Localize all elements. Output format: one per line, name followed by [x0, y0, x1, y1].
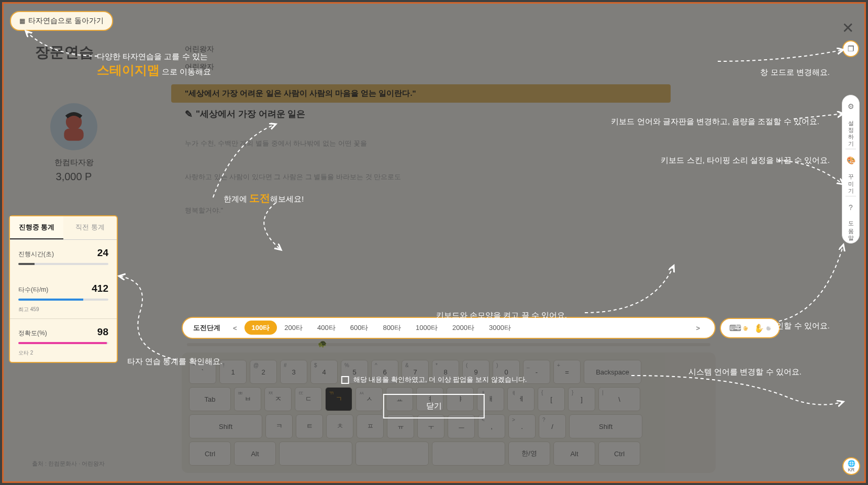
key[interactable]: _-	[523, 360, 550, 384]
stat-time-value: 24	[97, 247, 108, 259]
stat-speed-sub: 최고 459	[10, 304, 117, 319]
globe-icon: 🌐	[848, 460, 855, 467]
level-item[interactable]: 1000타	[408, 321, 445, 335]
key[interactable]: 한/영	[508, 442, 550, 466]
key[interactable]: Alt	[553, 442, 595, 466]
level-selector: 도전단계 < 100타200타400타600타800타1000타2000타300…	[182, 317, 716, 339]
toggle-hands[interactable]: ✋	[754, 323, 771, 333]
right-menu: ⚙ 설정하기 🎨 꾸미기 ? 도움말	[842, 95, 860, 244]
text-line: 어린왕자	[171, 58, 671, 76]
level-item[interactable]: 3000타	[482, 321, 518, 335]
level-label: 도전단계	[193, 323, 220, 333]
language-button[interactable]: 🌐 KR	[842, 457, 860, 475]
toggle-keyboard[interactable]: ⌨	[729, 323, 748, 333]
upcoming-line: 사랑하고 있는 사람이 있다면 그 사람은 그 별들을 바라보는 것 만으로도	[171, 168, 671, 186]
level-prev[interactable]: <	[229, 324, 241, 332]
level-next[interactable]: >	[692, 324, 704, 332]
help-icon[interactable]: ?	[844, 201, 858, 214]
dont-show-checkbox[interactable]	[341, 376, 349, 384]
key[interactable]: ㅋ	[265, 414, 293, 438]
svg-rect-1	[64, 129, 83, 141]
progress-ruler: 🐢	[187, 343, 710, 346]
stat-speed-value: 412	[92, 283, 108, 294]
current-sentence: "세상에서 가장 어려운 일은 사람이 사람의 마음을 얻는 일이란다."	[171, 84, 671, 103]
upcoming-line: 행복할거야."	[171, 202, 671, 219]
typing-content: 어린왕자 어린왕자 "세상에서 가장 어려운 일은 사람이 사람의 마음을 얻는…	[171, 40, 671, 219]
key[interactable]: $4	[310, 360, 338, 384]
anno-stagemap-em: 스테이지맵	[97, 63, 160, 77]
source-credit: 출처 : 한컴문화사 · 어린왕자	[32, 460, 105, 468]
language-label: KR	[848, 467, 855, 472]
level-item[interactable]: 600타	[343, 321, 376, 335]
window-icon: ❐	[848, 45, 854, 53]
anno-window: 창 모드로 변경해요.	[760, 68, 830, 78]
key[interactable]: ?/	[539, 414, 566, 438]
key[interactable]	[279, 442, 352, 466]
level-item[interactable]: 200타	[277, 321, 310, 335]
key[interactable]: Ctrl	[598, 442, 640, 466]
stat-speed-label: 타수(타/m)	[18, 285, 48, 294]
key[interactable]: !1	[219, 360, 247, 384]
decorate-label[interactable]: 꾸미기	[847, 170, 855, 191]
hand-icon: ✋	[754, 323, 764, 333]
key[interactable]: Backspace	[584, 360, 641, 384]
key[interactable]: +=	[553, 360, 581, 384]
display-toggle: ⌨ ✋	[720, 318, 780, 338]
settings-icon[interactable]: ⚙	[844, 100, 858, 113]
back-to-practice-button[interactable]: ▦ 타자연습으로 돌아가기	[10, 11, 113, 31]
key[interactable]: ㄸㄷ	[295, 387, 322, 411]
tab-previous-stats[interactable]: 직전 통계	[63, 216, 117, 239]
close-icon[interactable]: ✕	[842, 19, 854, 37]
key[interactable]: @2	[250, 360, 277, 384]
key[interactable]: ~`	[189, 360, 216, 384]
key[interactable]: ㅉㅈ	[264, 387, 292, 411]
key[interactable]: ㅌ	[296, 414, 323, 438]
avatar[interactable]	[50, 103, 97, 150]
settings-label[interactable]: 설정하기	[847, 116, 855, 144]
stat-acc-sub: 오타 2	[10, 347, 117, 362]
page-title: 장문연습	[35, 42, 94, 62]
key[interactable]: Alt	[234, 442, 276, 466]
user-panel: 한컴타자왕 3,000 P	[37, 103, 110, 183]
level-item[interactable]: 100타	[244, 321, 277, 335]
level-item[interactable]: 400타	[310, 321, 343, 335]
stats-panel: 진행중 통계 직전 통계 진행시간(초)24 타수(타/m)412 최고 459…	[9, 215, 118, 363]
decorate-icon[interactable]: 🎨	[844, 153, 858, 167]
key[interactable]: Shift	[569, 414, 642, 438]
key[interactable]	[432, 442, 505, 466]
key[interactable]: {[	[538, 387, 565, 411]
text-line: 어린왕자	[171, 40, 671, 58]
user-name: 한컴타자왕	[37, 158, 110, 168]
keyboard-icon: ⌨	[729, 323, 741, 333]
key[interactable]: |\	[598, 387, 640, 411]
grid-icon: ▦	[19, 17, 25, 25]
close-button[interactable]: 닫기	[383, 394, 485, 418]
stat-acc-value: 98	[97, 326, 108, 338]
key[interactable]: Tab	[189, 387, 231, 411]
key[interactable]	[355, 442, 429, 466]
level-item[interactable]: 2000타	[445, 321, 482, 335]
anno-skin: 키보드 스킨, 타이핑 소리 설정을 바꿀 수 있어요.	[661, 156, 830, 166]
key[interactable]: #3	[280, 360, 307, 384]
help-label[interactable]: 도움말	[847, 217, 855, 238]
ruler-cursor-icon: 🐢	[318, 339, 327, 348]
tutorial-popup: 해당 내용을 확인하였고, 더 이상 팝업을 보지 않겠습니다. 닫기	[341, 375, 527, 418]
key[interactable]: Ctrl	[189, 442, 231, 466]
typing-input[interactable]: "세상에서 가장 어려운 일은	[171, 103, 671, 125]
tab-current-stats[interactable]: 진행중 통계	[10, 216, 63, 239]
stat-acc-label: 정확도(%)	[18, 329, 47, 338]
upcoming-line: 누가 수천, 수백만 개의 별들 중에서 하나밖에 없는 어떤 꽃을	[171, 135, 671, 152]
user-points: 3,000 P	[37, 171, 110, 183]
key[interactable]: ㅃㅂ	[234, 387, 261, 411]
stat-time-label: 진행시간(초)	[18, 250, 54, 259]
dont-show-label: 해당 내용을 확인하였고, 더 이상 팝업을 보지 않겠습니다.	[353, 375, 527, 384]
window-mode-button[interactable]: ❐	[842, 40, 859, 57]
key[interactable]: Shift	[189, 414, 262, 438]
key[interactable]: }]	[568, 387, 595, 411]
back-button-label: 타자연습으로 돌아가기	[28, 16, 104, 26]
level-item[interactable]: 800타	[375, 321, 408, 335]
